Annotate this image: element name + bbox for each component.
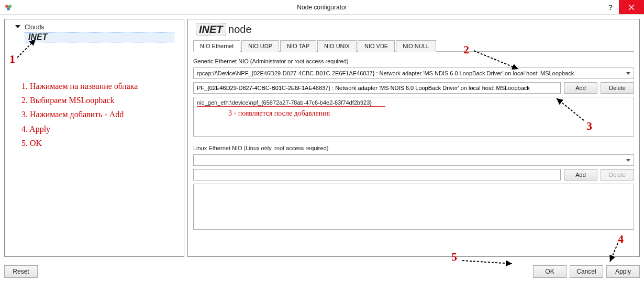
- tab-nio-unix[interactable]: NIO UNIX: [317, 40, 357, 52]
- tab-nio-null[interactable]: NIO NULL: [396, 40, 436, 52]
- window-title: Node configurator: [297, 4, 347, 11]
- generic-add-button[interactable]: Add: [564, 82, 597, 94]
- instruction-3: 3. Нажимаем добавить - Add: [21, 107, 180, 121]
- generic-delete-button[interactable]: Delete: [601, 82, 634, 94]
- tree-root-clouds[interactable]: Clouds: [15, 24, 180, 31]
- svg-point-1: [8, 5, 12, 8]
- close-button[interactable]: [619, 0, 644, 14]
- reset-button[interactable]: Reset: [4, 265, 38, 278]
- svg-point-0: [5, 5, 8, 8]
- generic-nio-combo[interactable]: rpcap://\Device\NPF_{02E46D29-D827-4CBC-…: [193, 67, 634, 79]
- ok-button[interactable]: OK: [533, 265, 567, 278]
- linux-delete-button: Delete: [601, 169, 634, 181]
- title-bar: Node configurator ?: [0, 0, 644, 15]
- instructions: 1. Нажимаем на название облака 2. Выбира…: [21, 79, 180, 150]
- generic-nio-list-item[interactable]: nio_gen_eth:\device\npf_{65872a27-78ab-4…: [197, 99, 630, 107]
- linux-add-button[interactable]: Add: [564, 169, 597, 181]
- linux-nio-listbox[interactable]: [193, 184, 634, 230]
- instruction-4: 4. Apply: [21, 122, 180, 136]
- generic-nio-listbox[interactable]: nio_gen_eth:\device\npf_{65872a27-78ab-4…: [193, 97, 634, 137]
- chevron-down-icon: [626, 159, 630, 162]
- svg-point-2: [7, 7, 10, 10]
- panel-title: INET node: [196, 24, 634, 36]
- tabs: NIO Ethernet NIO UDP NIO TAP NIO UNIX NI…: [193, 40, 634, 52]
- tree-panel: Clouds INET 1. Нажимаем на название обла…: [4, 19, 184, 257]
- linux-nio-label: Linux Ethernet NIO (Linux only, root acc…: [193, 145, 634, 151]
- help-button[interactable]: ?: [602, 0, 619, 14]
- linux-nio-combo[interactable]: [193, 154, 634, 166]
- content-panel: INET node NIO Ethernet NIO UDP NIO TAP N…: [187, 19, 640, 257]
- instruction-2: 2. Выбираем MSLoopback: [21, 93, 180, 107]
- tree-node-inet[interactable]: INET: [25, 32, 174, 42]
- panel-title-suffix: node: [226, 24, 252, 35]
- tab-nio-tap[interactable]: NIO TAP: [280, 40, 316, 52]
- tree-collapse-icon[interactable]: [15, 25, 20, 28]
- tab-nio-vde[interactable]: NIO VDE: [358, 40, 395, 52]
- dialog-buttons: Reset OK Cancel Apply: [4, 265, 640, 278]
- generic-nio-textbox[interactable]: [193, 82, 561, 94]
- tree-root-label: Clouds: [25, 24, 44, 31]
- instruction-5: 5. OK: [21, 136, 180, 150]
- panel-title-brand: INET: [196, 23, 226, 36]
- instruction-1: 1. Нажимаем на название облака: [21, 79, 180, 93]
- cancel-button[interactable]: Cancel: [570, 265, 603, 278]
- linux-nio-textbox[interactable]: [193, 169, 561, 181]
- apply-button[interactable]: Apply: [606, 265, 640, 278]
- generic-nio-label: Generic Ethernet NIO (Administrator or r…: [193, 58, 634, 64]
- tab-nio-ethernet[interactable]: NIO Ethernet: [193, 40, 240, 52]
- app-icon: [3, 2, 14, 13]
- tab-nio-udp[interactable]: NIO UDP: [241, 40, 279, 52]
- generic-nio-caption: 3 - появляется после добавления: [228, 109, 630, 118]
- chevron-down-icon: [626, 72, 630, 75]
- generic-nio-combo-value: rpcap://\Device\NPF_{02E46D29-D827-4CBC-…: [197, 70, 574, 76]
